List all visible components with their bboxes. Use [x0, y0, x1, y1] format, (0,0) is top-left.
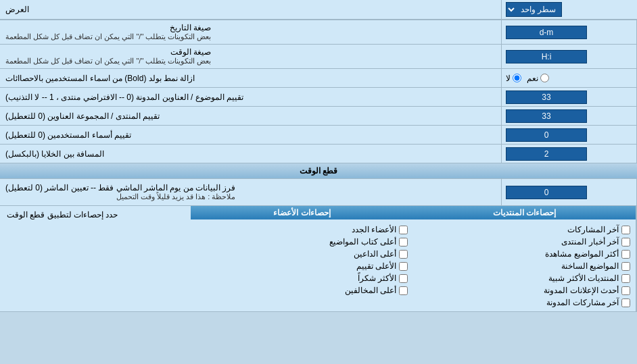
- checkbox-posts-5-label: أحدث الإعلانات المدونة: [544, 286, 619, 295]
- display-select[interactable]: سطر واحد: [506, 2, 562, 17]
- checkbox-members-2[interactable]: أعلى الداعين: [196, 248, 408, 260]
- cutoff-days-value[interactable]: 0: [506, 186, 587, 199]
- bold-remove-yes-radio[interactable]: [540, 74, 549, 82]
- username-order-label: تقييم أسماء المستخدمين (0 للتعطيل): [5, 130, 131, 140]
- checkbox-members-4-input[interactable]: [399, 274, 408, 283]
- date-format-label-cell: صيغة التاريخ بعض التكوينات يتطلب "/" الت…: [0, 20, 502, 44]
- checkbox-posts-3[interactable]: المواضيع الساخنة: [419, 260, 630, 272]
- bold-remove-input-cell: نعم لا: [502, 69, 637, 87]
- bold-remove-radio-group: نعم لا: [506, 74, 549, 83]
- checkbox-posts-1-label: آخر أخبار المنتدى: [561, 237, 619, 246]
- checkbox-posts-4-input[interactable]: [621, 274, 630, 283]
- forum-order-value[interactable]: 33: [506, 109, 587, 123]
- time-format-label-cell: صيغة الوقت بعض التكوينات يتطلب "/" التي …: [0, 45, 502, 68]
- forum-order-label-cell: تقييم المنتدى / المجموعة العناوين (0 للت…: [0, 107, 502, 125]
- date-format-note: بعض التكوينات يتطلب "/" التي يمكن ان تضا…: [5, 32, 211, 41]
- time-format-note: بعض التكوينات يتطلب "/" التي يمكن ان تضا…: [5, 57, 211, 66]
- checkbox-members-3[interactable]: الأعلى تقييم: [196, 260, 408, 272]
- checkbox-posts-0-input[interactable]: [621, 226, 630, 234]
- members-checkboxes-col: الأعضاء الجدد أعلى كتاب المواضيع أعلى ال…: [191, 221, 413, 311]
- bold-remove-yes-text: نعم: [527, 74, 538, 83]
- checkbox-posts-6-label: آخر مشاركات المدونة: [546, 298, 619, 307]
- stats-limits-label-cell: حدد إحصاءات لتطبيق قطع الوقت: [0, 206, 191, 311]
- topic-order-value[interactable]: 33: [506, 90, 587, 104]
- stats-posts-title: إحصاءات المنتديات: [413, 206, 636, 219]
- bold-remove-no-text: لا: [506, 74, 511, 83]
- username-order-input-cell: 0: [502, 126, 637, 144]
- date-format-label: صيغة التاريخ: [5, 23, 211, 32]
- checkbox-members-5[interactable]: أعلى المخالفين: [196, 284, 408, 296]
- cell-spacing-label: المسافة بين الخلايا (بالبكسل): [5, 149, 104, 159]
- bold-remove-label-cell: ازالة نمط بولد (Bold) من اسماء المستخدمي…: [0, 69, 502, 87]
- checkbox-posts-2[interactable]: أكثر المواضيع مشاهدة: [419, 248, 630, 260]
- topic-order-input-cell: 33: [502, 88, 637, 106]
- bold-remove-yes-label[interactable]: نعم: [527, 74, 549, 83]
- cutoff-days-input-cell: 0: [502, 179, 637, 205]
- posts-checkboxes-col: آخر المشاركات آخر أخبار المنتدى أكثر الم…: [413, 221, 636, 311]
- stats-members-title: إحصاءات الأعضاء: [191, 206, 413, 219]
- checkbox-members-2-label: أعلى الداعين: [354, 249, 396, 259]
- checkbox-posts-2-label: أكثر المواضيع مشاهدة: [545, 249, 619, 259]
- checkbox-members-4[interactable]: الأكثر شكراً: [196, 272, 408, 284]
- checkbox-posts-1-input[interactable]: [621, 238, 630, 246]
- checkbox-posts-5-input[interactable]: [621, 286, 630, 295]
- display-label: العرض: [0, 0, 502, 19]
- time-format-input-cell: H:i: [502, 45, 637, 68]
- topic-order-label-cell: تقييم الموضوع / العناوين المدونة (0 -- ا…: [0, 88, 502, 106]
- cutoff-section-title: قطع الوقت: [300, 166, 337, 176]
- checkbox-members-5-input[interactable]: [399, 286, 408, 295]
- checkbox-members-3-input[interactable]: [399, 262, 408, 271]
- checkbox-posts-3-input[interactable]: [621, 262, 630, 271]
- checkbox-posts-0[interactable]: آخر المشاركات: [419, 224, 630, 236]
- bold-remove-no-radio[interactable]: [513, 74, 521, 82]
- checkbox-posts-4-label: المنتديات الأكثر شبية: [548, 274, 619, 283]
- checkbox-posts-1[interactable]: آخر أخبار المنتدى: [419, 236, 630, 248]
- time-format-label: صيغة الوقت: [5, 47, 211, 57]
- cutoff-days-label: فرز البيانات من يوم الماشر الماشي فقط --…: [5, 183, 235, 192]
- checkbox-posts-0-label: آخر المشاركات: [567, 225, 619, 234]
- bold-remove-label: ازالة نمط بولد (Bold) من اسماء المستخدمي…: [5, 74, 195, 83]
- display-select-cell[interactable]: سطر واحد: [502, 0, 637, 19]
- checkbox-posts-5[interactable]: أحدث الإعلانات المدونة: [419, 284, 630, 296]
- checkbox-members-5-label: أعلى المخالفين: [345, 286, 396, 295]
- checkbox-members-1-label: أعلى كتاب المواضيع: [329, 237, 396, 246]
- checkbox-members-0-label: الأعضاء الجدد: [352, 225, 396, 234]
- time-format-value[interactable]: H:i: [506, 50, 587, 63]
- username-order-label-cell: تقييم أسماء المستخدمين (0 للتعطيل): [0, 126, 502, 144]
- checkbox-posts-6-input[interactable]: [621, 298, 630, 307]
- checkbox-members-0-input[interactable]: [399, 226, 408, 234]
- cell-spacing-value[interactable]: 2: [506, 147, 587, 161]
- checkbox-members-1[interactable]: أعلى كتاب المواضيع: [196, 236, 408, 248]
- cell-spacing-input-cell: 2: [502, 145, 637, 163]
- cutoff-days-note: ملاحظة : هذا قد يزيد قليلاً وقت التحميل: [5, 192, 235, 201]
- checkbox-members-4-label: الأكثر شكراً: [358, 274, 396, 283]
- forum-order-label: تقييم المنتدى / المجموعة العناوين (0 للت…: [5, 111, 160, 121]
- checkbox-posts-2-input[interactable]: [621, 250, 630, 259]
- stats-limits-label: حدد إحصاءات لتطبيق قطع الوقت: [7, 210, 118, 219]
- cutoff-days-label-cell: فرز البيانات من يوم الماشر الماشي فقط --…: [0, 179, 502, 205]
- bold-remove-no-label[interactable]: لا: [506, 74, 521, 83]
- checkbox-members-2-input[interactable]: [399, 250, 408, 259]
- date-format-input-cell: d-m: [502, 20, 637, 44]
- date-format-value[interactable]: d-m: [506, 26, 587, 39]
- checkbox-members-3-label: الأعلى تقييم: [356, 261, 396, 271]
- checkbox-posts-6[interactable]: آخر مشاركات المدونة: [419, 296, 630, 309]
- checkbox-members-0[interactable]: الأعضاء الجدد: [196, 224, 408, 236]
- forum-order-input-cell: 33: [502, 107, 637, 125]
- username-order-value[interactable]: 0: [506, 128, 587, 142]
- checkbox-members-1-input[interactable]: [399, 238, 408, 246]
- topic-order-label: تقييم الموضوع / العناوين المدونة (0 -- ا…: [5, 93, 243, 102]
- checkbox-posts-3-label: المواضيع الساخنة: [561, 261, 619, 271]
- checkbox-posts-4[interactable]: المنتديات الأكثر شبية: [419, 272, 630, 284]
- cutoff-section-header: قطع الوقت: [0, 163, 637, 179]
- cell-spacing-label-cell: المسافة بين الخلايا (بالبكسل): [0, 145, 502, 163]
- display-label-text: العرض: [5, 5, 29, 14]
